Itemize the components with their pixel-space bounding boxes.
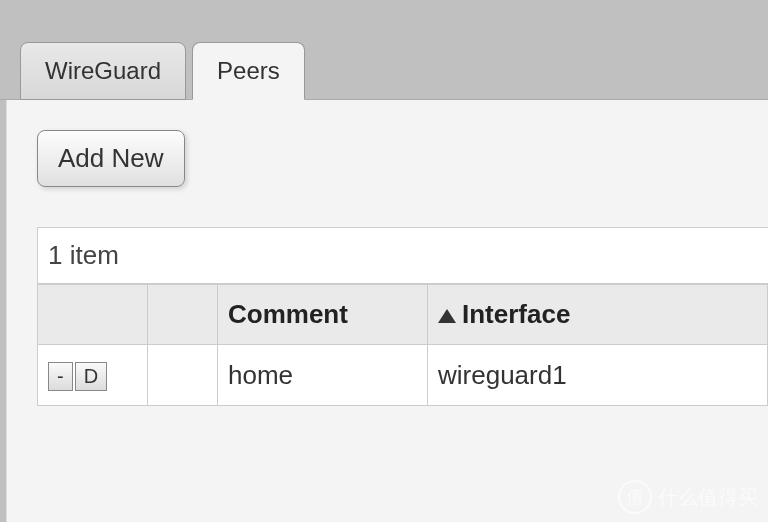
column-header-actions[interactable] [38,285,148,345]
column-header-comment[interactable]: Comment [218,285,428,345]
column-header-flags[interactable] [148,285,218,345]
table-row[interactable]: -D home wireguard1 [38,345,768,406]
row-comment-cell: home [218,345,428,406]
column-header-interface[interactable]: Interface [428,285,768,345]
content-panel: Add New 1 item Comment Interface [6,100,768,522]
peers-table: Comment Interface -D home wireguard1 [37,284,768,406]
disable-button[interactable]: D [75,362,107,391]
tab-bar: WireGuard Peers [0,0,768,100]
add-new-button[interactable]: Add New [37,130,185,187]
tab-peers[interactable]: Peers [192,42,305,100]
row-actions-cell: -D [38,345,148,406]
tab-wireguard[interactable]: WireGuard [20,42,186,100]
item-count-label: 1 item [37,227,768,284]
sort-asc-icon [438,309,456,323]
row-interface-cell: wireguard1 [428,345,768,406]
row-flags-cell [148,345,218,406]
remove-button[interactable]: - [48,362,73,391]
column-header-interface-label: Interface [462,299,570,329]
